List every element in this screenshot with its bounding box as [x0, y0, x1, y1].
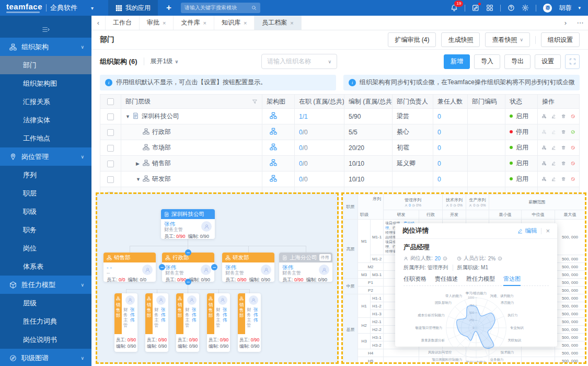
tab-知识库[interactable]: 知识库×: [214, 16, 255, 30]
sidebar-item-层级[interactable]: 层级: [0, 294, 91, 312]
gear-icon[interactable]: [522, 4, 529, 12]
org-node-行政部[interactable]: 行政部张伟财务主管员工: 0/90 编制: 0/90: [162, 253, 214, 282]
sidebar-item-组织架构图[interactable]: 组织架构图: [0, 74, 91, 93]
modal-tab-胜任力模型[interactable]: 胜任力模型: [466, 275, 495, 285]
org-node-研发部[interactable]: 研发部张伟财务主管员工: 0/90 编制: 0/90: [222, 253, 274, 282]
trash-icon[interactable]: [561, 160, 566, 167]
close-icon[interactable]: ×: [546, 227, 550, 235]
org-node-销售部[interactable]: 销售部财务主管张伟伟员工: 0/90编制: 0/90: [176, 293, 199, 352]
导出-button[interactable]: 导出: [504, 54, 531, 69]
enable-icon[interactable]: [571, 129, 575, 135]
expand-level-select[interactable]: 展开1级∨: [151, 57, 179, 66]
fullscreen-button[interactable]: [565, 54, 580, 69]
edit-icon[interactable]: [551, 160, 556, 167]
my-apps-button[interactable]: 我的应用: [108, 0, 158, 16]
org-node-销售部[interactable]: 销售部财务主管张伟伟员工: 0/90编制: 0/90: [207, 293, 230, 352]
disable-icon[interactable]: [571, 113, 575, 120]
expand-caret-icon[interactable]: ▼: [125, 114, 132, 119]
org-node-销售部[interactable]: 销售部财务主管张伟伟员工: 0/90编制: 0/90: [238, 293, 261, 352]
org-chart-icon[interactable]: [270, 159, 277, 166]
tabs-scroll-left[interactable]: ‹: [91, 16, 105, 30]
sidebar-item-序列[interactable]: 序列: [0, 166, 91, 184]
tab-工作台[interactable]: 工作台: [105, 16, 140, 30]
tabs-more-button[interactable]: ⋯: [572, 19, 588, 27]
trash-icon[interactable]: [561, 113, 566, 120]
sidebar-item-职级图谱[interactable]: 职级图谱∨: [0, 349, 91, 366]
组织设置-button[interactable]: 组织设置: [541, 32, 580, 47]
close-icon[interactable]: ×: [244, 20, 247, 26]
tab-文件库[interactable]: 文件库×: [174, 16, 214, 30]
org-node-深圳科技公司[interactable]: 深圳科技公司张伟财务主管员工: 0/90 编制: 0/90: [161, 209, 215, 239]
row-checkbox[interactable]: [107, 176, 114, 183]
table-row[interactable]: ▼深圳科技公司1/15/90梁芸0启用: [100, 109, 580, 124]
module-search-input[interactable]: 请输入关键字搜索模块: [181, 3, 260, 13]
user-menu-caret-icon[interactable]: ▾: [578, 5, 581, 10]
row-checkbox[interactable]: [107, 129, 114, 136]
filter-icon[interactable]: [252, 99, 258, 105]
disable-icon[interactable]: [571, 160, 575, 167]
bell-icon[interactable]: 19: [451, 4, 458, 12]
close-icon[interactable]: ×: [203, 20, 206, 26]
sidebar-item-胜任力模型[interactable]: 胜任力模型∨: [0, 276, 91, 294]
collapse-node-button[interactable]: –: [211, 264, 217, 270]
org-chart-icon[interactable]: [270, 175, 277, 182]
org-adjust-icon[interactable]: [542, 176, 546, 182]
disable-icon[interactable]: [571, 144, 575, 151]
select-all-checkbox[interactable]: [107, 98, 114, 105]
生成快照-button[interactable]: 生成快照: [441, 32, 480, 47]
collapse-node-button[interactable]: –: [185, 249, 191, 256]
modal-tab-任职资格[interactable]: 任职资格: [403, 275, 426, 285]
sidebar-item-职级[interactable]: 职级: [0, 202, 91, 221]
sidebar-item-岗位[interactable]: 岗位: [0, 239, 91, 257]
modal-tab-责任描述[interactable]: 责任描述: [435, 275, 458, 285]
org-adjust-icon[interactable]: [542, 113, 546, 120]
org-chart-icon[interactable]: [270, 143, 277, 151]
sidebar-item-汇报关系[interactable]: 汇报关系: [0, 93, 91, 111]
org-name-select[interactable]: 请输入组织名称 ∨: [261, 54, 337, 69]
tabs-scroll-right[interactable]: ›: [559, 19, 572, 27]
sidebar-item-法律实体[interactable]: 法律实体: [0, 111, 91, 129]
workspace-caret-icon[interactable]: ▾: [91, 5, 94, 11]
sidebar-item-岗位管理[interactable]: 岗位管理∨: [0, 147, 91, 166]
sidebar-item-岗位说明书[interactable]: 岗位说明书: [0, 330, 91, 349]
sidebar-item-部门[interactable]: 部门: [0, 56, 91, 74]
table-row[interactable]: ▶销售部0/010/10延义卿0启用: [100, 156, 580, 171]
org-chart-icon[interactable]: [270, 112, 277, 119]
org-node-上海分公司[interactable]: 上海分公司停用张伟财务主管员工: 0/90 编制: 0/90: [279, 253, 332, 282]
sidebar-item-职务[interactable]: 职务: [0, 221, 91, 239]
sidebar-item-胜任力词典[interactable]: 胜任力词典: [0, 312, 91, 330]
sidebar-item-体系表[interactable]: 体系表: [0, 257, 91, 276]
edit-icon[interactable]: [551, 176, 556, 182]
sidebar-item-工作地点[interactable]: 工作地点: [0, 129, 91, 147]
close-icon[interactable]: ×: [290, 20, 293, 26]
org-adjust-icon[interactable]: [542, 144, 546, 151]
expand-caret-icon[interactable]: ▼: [136, 177, 143, 182]
row-checkbox[interactable]: [107, 145, 114, 152]
table-row[interactable]: 市场部0/020/20初雹0启用: [100, 140, 580, 156]
设置-button[interactable]: 设置: [535, 54, 561, 69]
close-icon[interactable]: ×: [163, 20, 166, 26]
edit-icon[interactable]: [551, 113, 556, 120]
sidebar-collapse-button[interactable]: [0, 16, 91, 38]
tab-审批[interactable]: 审批×: [140, 16, 174, 30]
edit-icon[interactable]: [551, 129, 556, 135]
question-icon[interactable]: [508, 4, 515, 12]
collapse-node-button[interactable]: –: [185, 279, 191, 285]
trash-icon[interactable]: [561, 129, 566, 135]
查看快照-button[interactable]: 查看快照∨: [485, 32, 530, 47]
row-checkbox[interactable]: [107, 161, 114, 167]
table-row[interactable]: 行政部0/05/5綦心0停用: [100, 124, 580, 140]
org-node-销售部[interactable]: 销售部- ---员工: 0/0 编制: 0/0: [103, 253, 156, 282]
row-checkbox[interactable]: [107, 113, 114, 120]
org-adjust-icon[interactable]: [542, 129, 546, 135]
edit-icon[interactable]: [551, 144, 556, 151]
trash-icon[interactable]: [561, 176, 566, 182]
collapse-node-button[interactable]: –: [159, 264, 165, 270]
新增-button[interactable]: 新增: [444, 54, 470, 69]
grid-icon[interactable]: [486, 4, 493, 12]
trash-icon[interactable]: [561, 144, 566, 151]
tab-员工档案[interactable]: 员工档案×: [255, 16, 301, 30]
user-avatar[interactable]: 蓉: [543, 4, 552, 13]
add-app-button[interactable]: +: [166, 3, 171, 13]
org-node-销售部[interactable]: 销售部财务主管张伟伟员工: 0/90编制: 0/90: [114, 293, 137, 352]
